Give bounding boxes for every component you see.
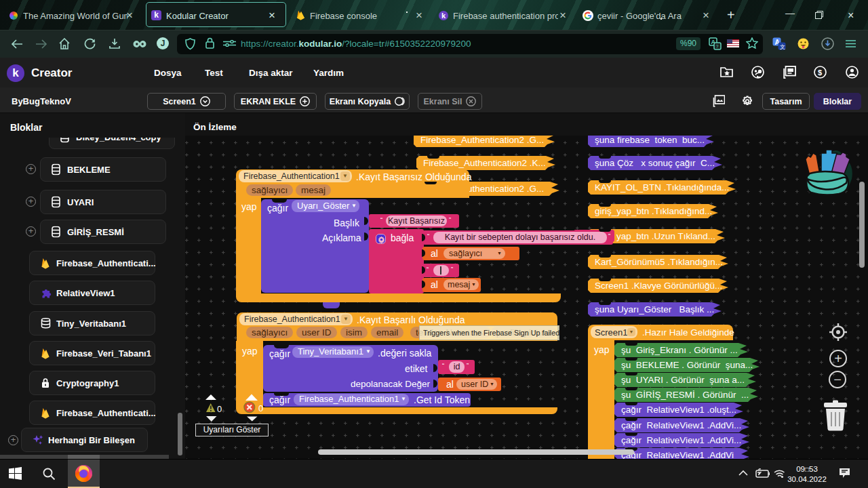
svg-text:文: 文: [780, 44, 785, 50]
svg-text:0: 0: [258, 403, 263, 413]
svg-text:0: 0: [217, 404, 222, 414]
svg-text:$: $: [818, 68, 822, 77]
svg-text:?: ?: [716, 44, 719, 49]
